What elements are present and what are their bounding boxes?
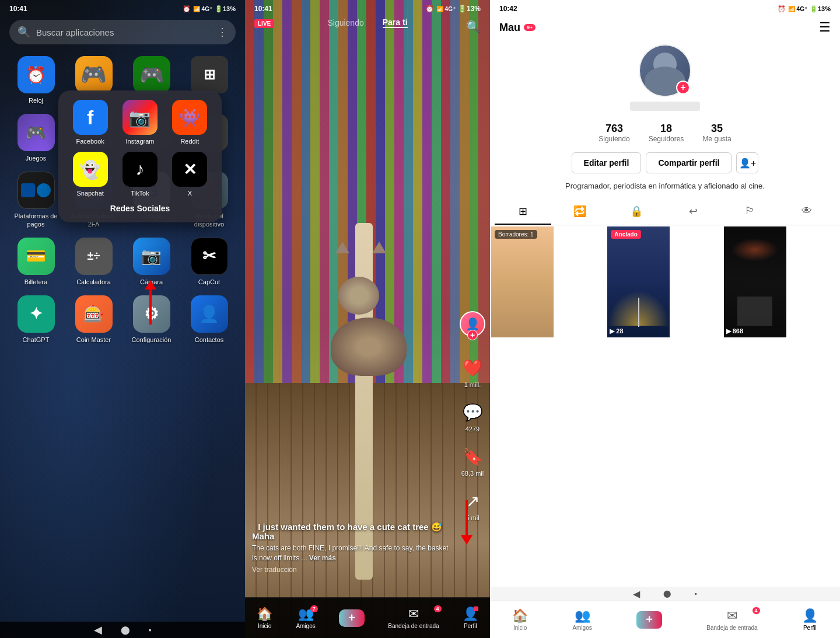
tiktok-search-button[interactable]: 🔍 [466, 20, 481, 34]
ver-traduccion-button[interactable]: Ver traducción [252, 566, 455, 574]
tiktok-nav-inicio[interactable]: 🏠 Inicio [257, 606, 272, 629]
stat-me-gusta[interactable]: 35 Me gusta [702, 123, 731, 143]
folder-x-label: X [188, 190, 192, 197]
tab-reposts[interactable]: 🔁 [551, 199, 608, 225]
app-capcut[interactable]: ✂ CapCut [183, 238, 236, 286]
bookmark-button[interactable]: 🔖 68,3 mil [460, 444, 485, 477]
configuracion-icon: ⚙ [144, 304, 159, 323]
alarm-icon-3: ⏰ [778, 5, 786, 13]
tiktok-icon: ♪ [135, 159, 144, 179]
edit-profile-button[interactable]: Editar perfil [572, 152, 642, 173]
tiktok-nav-siguiendo[interactable]: Siguiendo [327, 18, 363, 27]
profile-status-bar: 10:42 ⏰ 📶 4G⁺ 🔋13% [490, 0, 840, 18]
reloj-icon: ⏰ [26, 65, 46, 85]
home-btn[interactable]: ⬤ [121, 625, 130, 634]
share-count: 5 mil [466, 514, 479, 521]
folder-instagram-label: Instagram [126, 138, 155, 145]
tiktok-nav-perfil[interactable]: 👤 Perfil [463, 606, 478, 629]
recents-btn[interactable]: ▪ [149, 625, 152, 634]
add-avatar-icon[interactable]: + [676, 81, 690, 95]
android-home-panel: 10:41 ⏰ 📶 4G⁺ 🔋13% 🔍 Buscar aplicaciones… [0, 0, 245, 638]
grid-item-1[interactable]: Borradores: 1 [491, 226, 554, 337]
billetera-icon: 💳 [26, 246, 46, 266]
post-button[interactable]: + [339, 609, 365, 627]
comment-button[interactable]: 💬 4279 [460, 400, 485, 433]
battery-icon: 🔋13% [215, 5, 236, 13]
tab-hidden[interactable]: 👁 [779, 199, 835, 225]
repost-icon: 🔁 [573, 205, 586, 218]
profile-nav-post[interactable]: + [636, 611, 662, 629]
tab-like[interactable]: ↩ [665, 199, 722, 225]
tiktok-nav-para-ti[interactable]: Para ti [383, 18, 408, 28]
view-count-2: ▶ 28 [610, 327, 623, 335]
profile-actions: Editar perfil Compartir perfil 👤+ [490, 148, 840, 178]
app-camara-label: Cámara [140, 278, 163, 286]
inicio-label: Inicio [258, 623, 271, 629]
add-friend-button[interactable]: 👤+ [736, 152, 758, 173]
tab-posts[interactable]: ⊞ [495, 199, 551, 225]
folder-app-snapchat[interactable]: 👻 Snapchat [68, 152, 113, 197]
profile-nav-inicio[interactable]: 🏠 Inicio [512, 608, 528, 631]
tab-lock[interactable]: 🔒 [608, 199, 665, 225]
tab-flag[interactable]: 🏳 [722, 199, 778, 225]
grid-item-2[interactable]: Anclado ▶ 28 [607, 226, 670, 337]
app-search-bar[interactable]: 🔍 Buscar aplicaciones ⋮ [9, 20, 236, 44]
profile-nav-perfil[interactable]: 👤 Perfil [802, 608, 818, 631]
app-plataformas[interactable]: Plataformas de pagos [9, 172, 62, 228]
tiktok-nav-post[interactable]: + [339, 609, 365, 627]
app-juegos[interactable]: 🎮 Juegos [9, 114, 62, 162]
camara-icon: 📷 [141, 246, 162, 266]
tiktok-nav-amigos[interactable]: 👥 Amigos 7 [296, 606, 315, 629]
comment-icon: 💬 [460, 400, 485, 424]
me-gusta-label: Me gusta [702, 135, 731, 143]
stat-siguiendo[interactable]: 763 Siguiendo [598, 123, 629, 143]
profile-nav-amigos[interactable]: 👥 Amigos [572, 608, 592, 631]
share-button[interactable]: ↗ 5 mil [460, 489, 485, 521]
tiktok-status-bar: 10:41 ⏰ 📶 4G⁺ 🔋13% [245, 0, 490, 18]
folder-app-x[interactable]: ✕ X [167, 152, 212, 197]
post-btn-3[interactable]: + [636, 611, 662, 629]
app-contactos[interactable]: 👤 Contactos [183, 295, 236, 344]
grid-item-3[interactable]: ▶ 868 [724, 226, 786, 337]
amigos-label: Amigos [296, 623, 315, 629]
app-chatgpt-label: ChatGPT [23, 336, 50, 344]
ver-mas-button[interactable]: Ver más [309, 554, 336, 562]
recents-btn-3[interactable]: ▪ [694, 590, 696, 598]
profile-header: Mau 9+ ☰ [490, 18, 840, 40]
avatar-container: + [639, 44, 691, 97]
back-btn[interactable]: ◀ [94, 623, 102, 636]
siguiendo-num: 763 [606, 123, 623, 135]
flag-icon: 🏳 [745, 205, 755, 217]
folder-app-instagram[interactable]: 📷 Instagram [117, 100, 162, 145]
username-text: Mau [499, 22, 520, 34]
back-btn-3[interactable]: ◀ [633, 588, 640, 599]
posts-grid-icon: ⊞ [519, 205, 527, 218]
app-coinmaster[interactable]: 🎰 Coin Master [67, 295, 120, 344]
app-chatgpt[interactable]: ✦ ChatGPT [9, 295, 62, 344]
bandeja-badge-3: 4 [752, 607, 760, 614]
folder-app-reddit[interactable]: 👾 Reddit [167, 100, 212, 145]
follow-plus-icon[interactable]: + [467, 330, 478, 340]
android-nav-bar-1: ◀ ⬤ ▪ [0, 622, 245, 638]
folder-facebook-label: Facebook [76, 138, 104, 145]
cat-body [331, 318, 407, 376]
menu-button[interactable]: ☰ [819, 20, 831, 35]
video-username[interactable]: Maha [252, 531, 455, 541]
app-capcut-label: CapCut [198, 278, 220, 286]
video-creator-avatar[interactable]: 👤 + [460, 311, 485, 337]
app-camara[interactable]: 📷 Cámara [125, 238, 178, 286]
app-configuracion[interactable]: ⚙ Configuración [125, 295, 178, 344]
app-billetera[interactable]: 💳 Billetera [9, 238, 62, 286]
like-button[interactable]: ❤️ 1 mill. [460, 355, 485, 388]
app-reloj[interactable]: ⏰ Reloj [9, 56, 62, 104]
folder-app-tiktok[interactable]: ♪ TikTok [117, 152, 162, 197]
app-calculadora[interactable]: ±÷ Calculadora [67, 238, 120, 286]
stat-seguidores[interactable]: 18 Seguidores [649, 123, 684, 143]
folder-app-facebook[interactable]: f Facebook [68, 100, 113, 145]
count-2: 28 [616, 327, 623, 334]
tiktok-nav-bandeja[interactable]: ✉ Bandeja de entrada 4 [388, 606, 439, 629]
home-btn-3[interactable]: ⬤ [663, 590, 671, 598]
share-profile-button[interactable]: Compartir perfil [646, 152, 732, 173]
more-options-icon[interactable]: ⋮ [217, 26, 228, 39]
profile-nav-bandeja[interactable]: ✉ Bandeja de entrada 4 [706, 608, 757, 631]
